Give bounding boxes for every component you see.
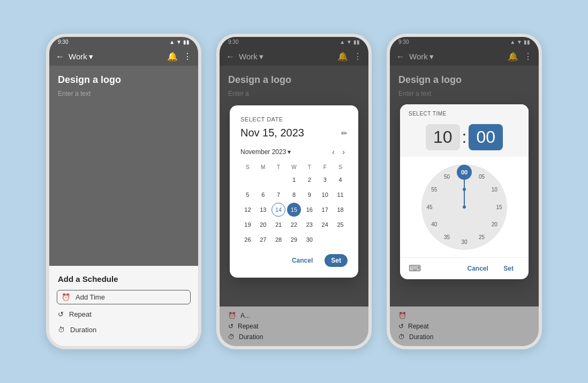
cal-grid: SMTWTFS123456789101112131415161718192021…: [240, 163, 348, 247]
cal-day-cell[interactable]: 23: [303, 218, 316, 232]
clock-num-55[interactable]: 55: [431, 187, 437, 193]
clock-num-15[interactable]: 15: [496, 204, 502, 210]
minutes-display[interactable]: 00: [469, 124, 503, 150]
clock-num-10[interactable]: 10: [492, 187, 497, 193]
main-content-1: Design a logo Enter a text: [49, 66, 198, 266]
time-actions: ⌨ Cancel Set: [400, 257, 529, 279]
clock-mid-dot: [463, 188, 466, 191]
cal-day-cell[interactable]: 26: [240, 233, 254, 247]
time-header: SELECT TIME: [400, 104, 529, 121]
cal-day-cell[interactable]: 4: [334, 173, 348, 187]
clock-num-45[interactable]: 45: [426, 204, 432, 210]
app-title-1: Work ▾: [69, 52, 163, 62]
cal-day-cell[interactable]: 28: [272, 233, 285, 247]
cal-day-header: T: [302, 163, 316, 172]
add-time-row-1[interactable]: ⏰ Add Time: [57, 290, 191, 304]
back-icon-1[interactable]: ←: [56, 52, 64, 62]
cal-day-cell[interactable]: 25: [334, 218, 348, 232]
clock-face[interactable]: 550005101520253035404550: [421, 164, 507, 250]
time-display: 10 : 00: [400, 121, 529, 157]
cal-day-cell: [272, 173, 286, 187]
time-cancel-btn[interactable]: Cancel: [461, 262, 495, 275]
cal-header-label: Select date: [240, 116, 348, 122]
time-set-btn[interactable]: Set: [497, 262, 520, 275]
clock-num-40[interactable]: 40: [431, 221, 437, 227]
time-overlay: SELECT TIME 10 : 00 55000510152025303540…: [390, 37, 539, 346]
repeat-label-1: Repeat: [69, 310, 92, 318]
cal-date-row: Nov 15, 2023 ✏: [240, 127, 348, 139]
cal-day-cell[interactable]: 10: [318, 188, 332, 202]
clock-num-30[interactable]: 30: [461, 239, 467, 244]
cal-day-cell[interactable]: 6: [256, 188, 270, 202]
time-colon: :: [460, 127, 469, 147]
cal-day-header: M: [256, 163, 270, 172]
cal-day-cell[interactable]: 8: [287, 188, 301, 202]
cal-day-cell[interactable]: 3: [318, 173, 332, 187]
cal-day-header: T: [272, 163, 286, 172]
cal-day-cell[interactable]: 29: [287, 233, 301, 247]
add-time-label-1: Add Time: [76, 293, 105, 301]
cal-day-cell[interactable]: 5: [240, 188, 254, 202]
app-bar-1: ← Work ▾ 🔔 ⋮: [49, 47, 198, 66]
time-buttons: Cancel Set: [461, 262, 521, 275]
clock-selected-0[interactable]: 00: [457, 165, 472, 180]
duration-icon-1: ⏱: [58, 326, 65, 334]
cal-cancel-btn[interactable]: Cancel: [285, 254, 319, 267]
clock-num-50[interactable]: 50: [444, 174, 450, 180]
clock-num-20[interactable]: 20: [492, 221, 497, 227]
cal-day-cell[interactable]: 20: [256, 218, 270, 232]
cal-selected-date: Nov 15, 2023: [240, 127, 304, 139]
cal-day-cell[interactable]: 14: [272, 203, 285, 217]
cal-day-cell[interactable]: 22: [287, 218, 301, 232]
cal-day-cell[interactable]: 16: [303, 203, 316, 217]
bell-icon-1[interactable]: 🔔: [167, 51, 178, 62]
cal-day-cell: [333, 233, 348, 247]
more-icon-1[interactable]: ⋮: [183, 51, 192, 62]
cal-day-cell[interactable]: 13: [256, 203, 270, 217]
clock-icon-1: ⏰: [62, 293, 70, 301]
duration-row-1[interactable]: ⏱ Duration: [58, 322, 190, 338]
hours-display[interactable]: 10: [426, 124, 460, 150]
cal-day-header: W: [287, 163, 301, 172]
repeat-row-1[interactable]: ↺ Repeat: [58, 307, 190, 322]
clock-num-35[interactable]: 35: [444, 234, 450, 240]
cal-day-cell[interactable]: 12: [240, 203, 254, 217]
cal-day-cell[interactable]: 9: [303, 188, 316, 202]
calendar-dialog: Select date Nov 15, 2023 ✏ November 2023…: [230, 105, 358, 278]
cal-next-btn[interactable]: ›: [340, 147, 348, 157]
cal-edit-icon[interactable]: ✏: [341, 129, 348, 137]
signal-icon: ▲: [169, 39, 175, 45]
cal-day-cell[interactable]: 18: [334, 203, 348, 217]
cal-day-header: S: [240, 163, 255, 172]
dropdown-icon-1[interactable]: ▾: [89, 52, 93, 62]
clock-area: 550005101520253035404550: [400, 157, 529, 257]
cal-day-cell[interactable]: 11: [334, 188, 348, 202]
repeat-icon-1: ↺: [58, 310, 64, 318]
cal-day-cell[interactable]: 19: [240, 218, 254, 232]
cal-prev-btn[interactable]: ‹: [329, 147, 337, 157]
cal-day-cell: [256, 173, 270, 187]
phone-2: 9:30 ▲ ▼ ▮▮ ← Work ▾ 🔔 ⋮ Design a logo E…: [216, 34, 372, 349]
clock-hand: [464, 180, 465, 207]
title-text-1: Work: [69, 52, 87, 61]
cal-day-cell[interactable]: 1: [287, 173, 301, 187]
keyboard-icon[interactable]: ⌨: [409, 263, 421, 273]
wifi-icon: ▼: [176, 39, 182, 45]
phone-3: 9:30 ▲ ▼ ▮▮ ← Work ▾ 🔔 ⋮ Design a logo E…: [387, 34, 542, 349]
duration-label-1: Duration: [70, 326, 96, 334]
cal-day-cell[interactable]: 27: [256, 233, 270, 247]
cal-day-cell[interactable]: 30: [303, 233, 316, 247]
cal-day-cell[interactable]: 7: [272, 188, 285, 202]
schedule-title-1: Add a Schedule: [58, 274, 190, 284]
cal-day-cell[interactable]: 15: [287, 203, 301, 217]
cal-day-cell[interactable]: 21: [272, 218, 285, 232]
task-title-1: Design a logo: [58, 74, 190, 86]
cal-day-cell[interactable]: 17: [318, 203, 332, 217]
cal-month-dropdown[interactable]: ▾: [288, 148, 291, 156]
clock-num-05[interactable]: 05: [479, 174, 485, 180]
clock-num-25[interactable]: 25: [479, 234, 485, 240]
cal-set-btn[interactable]: Set: [325, 254, 348, 267]
cal-day-cell[interactable]: 2: [303, 173, 316, 187]
cal-day-cell[interactable]: 24: [318, 218, 332, 232]
cal-nav-row: November 2023 ▾ ‹ ›: [240, 147, 348, 157]
